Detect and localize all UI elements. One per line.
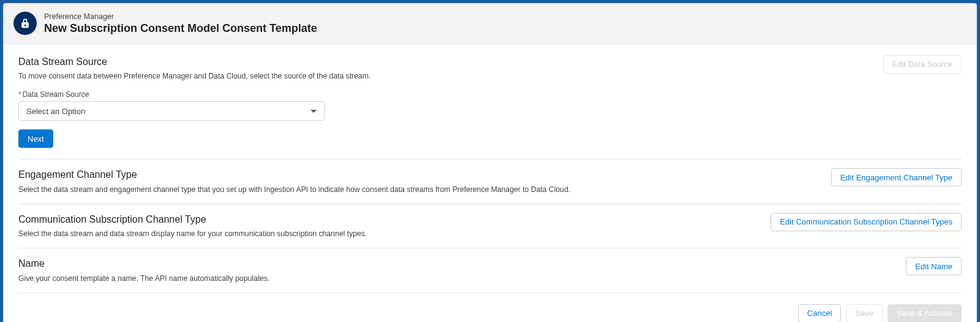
section-desc: Select the data stream and data stream d… (18, 229, 367, 239)
section-title: Communication Subscription Channel Type (18, 213, 367, 226)
page-title: New Subscription Consent Model Consent T… (44, 21, 317, 36)
save-button: Save (846, 304, 883, 322)
chevron-down-icon (311, 110, 317, 113)
section-engagement-channel-type: Engagement Channel Type Select the data … (18, 168, 962, 204)
header-eyebrow: Preference Manager (44, 12, 317, 21)
section-title: Engagement Channel Type (18, 168, 570, 182)
section-title: Data Stream Source (18, 55, 371, 69)
select-placeholder: Select an Option (26, 107, 85, 116)
cancel-button[interactable]: Cancel (798, 304, 841, 322)
edit-communication-subscription-channel-types-button[interactable]: Edit Communication Subscription Channel … (771, 213, 962, 231)
section-desc: Give your consent template a name. The A… (18, 274, 270, 284)
edit-data-source-button: Edit Data Source (883, 55, 962, 74)
data-stream-source-select[interactable]: Select an Option (18, 101, 325, 121)
consent-template-panel: Preference Manager New Subscription Cons… (3, 3, 977, 322)
section-desc: Select the data stream and engagement ch… (18, 185, 570, 195)
panel-header: Preference Manager New Subscription Cons… (4, 4, 976, 44)
footer-actions: Cancel Save Save & Activate (18, 302, 962, 322)
data-stream-source-label: *Data Stream Source (18, 90, 962, 99)
next-button[interactable]: Next (18, 129, 53, 148)
section-data-stream-source: Data Stream Source To move consent data … (18, 55, 962, 159)
section-name: Name Give your consent template a name. … (18, 257, 962, 293)
save-and-activate-button: Save & Activate (888, 304, 962, 322)
section-title: Name (18, 257, 270, 270)
lock-icon (13, 12, 37, 35)
section-communication-subscription-channel-type: Communication Subscription Channel Type … (18, 213, 962, 248)
edit-name-button[interactable]: Edit Name (906, 257, 962, 275)
edit-engagement-channel-type-button[interactable]: Edit Engagement Channel Type (831, 168, 962, 186)
section-desc: To move consent data between Preference … (18, 71, 371, 82)
